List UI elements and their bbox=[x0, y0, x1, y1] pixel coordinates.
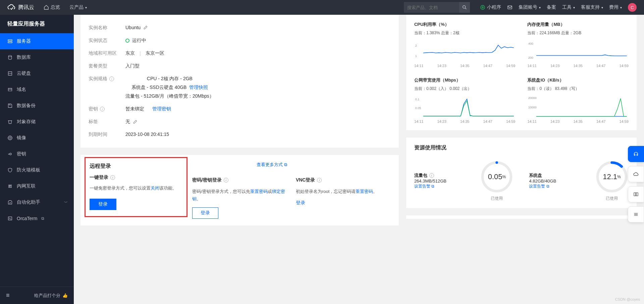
link-keys[interactable]: 管理密钥 bbox=[152, 106, 171, 112]
label-expire: 到期时间 bbox=[89, 132, 125, 138]
link-disable[interactable]: 关闭 bbox=[151, 186, 159, 191]
sidebar-item-domain[interactable]: 域名 bbox=[0, 82, 74, 98]
fab-menu[interactable] bbox=[628, 206, 644, 222]
chart-ticks: 14:1114:2314:3514:4714:59 bbox=[414, 119, 516, 123]
miniprogram-icon bbox=[480, 5, 485, 10]
sidebar-item-terminal[interactable]: OrcaTerm⧉ bbox=[0, 210, 74, 226]
fab-support[interactable] bbox=[628, 146, 644, 162]
info-icon[interactable]: i bbox=[110, 175, 115, 180]
sidebar-item-server[interactable]: 服务器 bbox=[0, 33, 74, 49]
overview-label: 总览 bbox=[51, 4, 60, 10]
brand[interactable]: 腾讯云 bbox=[7, 3, 34, 11]
vnc-login-button[interactable]: 登录 bbox=[296, 200, 391, 206]
sidebar-item-label: 数据备份 bbox=[17, 103, 36, 109]
resource-usage-card: 资源使用情况 流量包i 264.3MB/512GB 设置告警 ⧉ bbox=[406, 138, 637, 208]
sidebar: 轻量应用服务器 服务器数据库云硬盘域名数据备份对象存储镜像密钥防火墙模板内网互联… bbox=[0, 15, 74, 304]
topnav-tools[interactable]: 工具▾ bbox=[562, 4, 575, 10]
info-icon[interactable]: i bbox=[224, 178, 228, 183]
sidebar-item-db[interactable]: 数据库 bbox=[0, 49, 74, 65]
topnav-mail[interactable] bbox=[507, 5, 513, 10]
info-icon[interactable]: i bbox=[317, 178, 322, 183]
topnav-support[interactable]: 客服支持▾ bbox=[581, 4, 603, 10]
tools-label: 工具 bbox=[562, 4, 572, 10]
search-button[interactable] bbox=[459, 2, 470, 13]
sidebar-item-label: 镜像 bbox=[17, 135, 26, 141]
chevron-down-icon: ▾ bbox=[573, 6, 575, 9]
status-dot-icon bbox=[125, 39, 129, 43]
collapse-icon[interactable]: ≡ bbox=[6, 292, 10, 299]
topnav-overview[interactable]: 总览 bbox=[44, 4, 60, 10]
fab-docs[interactable] bbox=[628, 186, 644, 202]
rate-product[interactable]: 给产品打个分 bbox=[34, 293, 60, 299]
svg-point-1 bbox=[481, 5, 485, 9]
chart-subtitle: 当前：0（读） 83.498（写） bbox=[527, 86, 629, 92]
usage-title: 资源使用情况 bbox=[414, 144, 629, 151]
list-icon bbox=[633, 212, 639, 217]
label-name: 实例名称 bbox=[89, 25, 125, 31]
key-icon bbox=[7, 151, 13, 157]
link-reset-pwd[interactable]: 重置密码 bbox=[250, 189, 268, 194]
chart-canvas: 200400 bbox=[527, 39, 629, 62]
svg-text:1: 1 bbox=[415, 54, 417, 58]
info-icon[interactable]: i bbox=[109, 77, 114, 81]
chart-3: 系统盘IO（KB/s）当前：0（读） 83.498（写）100002000014… bbox=[527, 77, 629, 123]
sidebar-item-image[interactable]: 镜像 bbox=[0, 130, 74, 146]
home-icon bbox=[44, 5, 49, 10]
sidebar-item-net[interactable]: 内网互联 bbox=[0, 178, 74, 194]
link-more-login[interactable]: 查看更多方式 ⧉ bbox=[257, 162, 287, 168]
image-icon bbox=[7, 135, 13, 141]
one-click-login-button[interactable]: 登录 bbox=[90, 199, 116, 210]
cloud-icon bbox=[7, 3, 15, 11]
pwd-login-title: 密码/密钥登录i bbox=[192, 177, 287, 183]
topnav-fee[interactable]: 费用▾ bbox=[609, 4, 622, 10]
sidebar-item-label: 服务器 bbox=[17, 38, 31, 44]
fab-cloud[interactable] bbox=[628, 166, 644, 182]
edit-icon[interactable] bbox=[143, 25, 148, 30]
usage-traffic-val: 264.3MB/512GB bbox=[414, 179, 474, 184]
watermark: CSDN @coyes bbox=[615, 297, 640, 301]
value-expire: 2023-10-08 20:41:15 bbox=[125, 132, 169, 137]
pwd-login-button[interactable]: 登录 bbox=[192, 207, 218, 219]
info-icon[interactable]: i bbox=[100, 107, 105, 111]
fee-label: 费用 bbox=[609, 4, 619, 10]
topnav-products[interactable]: 云产品 ▾ bbox=[69, 4, 87, 10]
topnav-group[interactable]: 集团账号▾ bbox=[519, 4, 541, 10]
value-spec: CPU - 2核 内存 - 2GB 系统盘 - SSD云硬盘 40GB 管理快照… bbox=[125, 76, 214, 99]
backup-icon bbox=[7, 103, 13, 108]
vnc-login-desc: 初始登录名为root，忘记密码请重置密码。 bbox=[296, 188, 391, 195]
cloud-icon bbox=[633, 171, 639, 177]
chart-ticks: 14:1114:2314:3514:4714:59 bbox=[527, 64, 629, 68]
sidebar-item-key[interactable]: 密钥 bbox=[0, 146, 74, 162]
chevron-down-icon: ▾ bbox=[620, 6, 622, 9]
sidebar-item-disk[interactable]: 云硬盘 bbox=[0, 65, 74, 82]
value-state: 运行中 bbox=[132, 38, 146, 44]
label-key: 密钥i bbox=[89, 106, 125, 112]
sidebar-item-label: 数据库 bbox=[17, 54, 31, 60]
link-snapshot[interactable]: 管理快照 bbox=[189, 85, 208, 90]
link-set-alarm-b[interactable]: 设置告警 ⧉ bbox=[529, 184, 549, 189]
avatar[interactable]: C bbox=[628, 3, 637, 12]
topnav-beian[interactable]: 备案 bbox=[547, 4, 556, 10]
chevron-down-icon: ﹀ bbox=[64, 200, 68, 205]
topnav-miniprogram[interactable]: 小程序 bbox=[480, 4, 501, 10]
svg-point-0 bbox=[463, 6, 466, 8]
link-reset-pwd2[interactable]: 重置密码 bbox=[356, 189, 373, 194]
svg-text:0.05: 0.05 bbox=[415, 106, 421, 110]
value-region-b: 东京一区 bbox=[146, 50, 164, 56]
sidebar-item-shield[interactable]: 防火墙模板 bbox=[0, 162, 74, 178]
chart-title: 系统盘IO（KB/s） bbox=[527, 77, 629, 83]
info-icon[interactable]: i bbox=[429, 173, 434, 178]
separator: | bbox=[140, 51, 141, 56]
value-tag: 无 bbox=[125, 119, 130, 125]
sidebar-item-backup[interactable]: 数据备份 bbox=[0, 98, 74, 114]
link-set-alarm-a[interactable]: 设置告警 ⧉ bbox=[414, 184, 434, 189]
chevron-down-icon: ▾ bbox=[85, 6, 87, 9]
server-icon bbox=[7, 39, 13, 44]
edit-icon[interactable] bbox=[133, 119, 138, 124]
search-input[interactable] bbox=[404, 5, 459, 10]
value-plan: 入门型 bbox=[125, 63, 140, 69]
sidebar-item-auto[interactable]: 自动化助手﹀ bbox=[0, 194, 74, 210]
sidebar-item-bucket[interactable]: 对象存储 bbox=[0, 114, 74, 130]
chart-title: 公网带宽使用（Mbps） bbox=[414, 77, 516, 83]
sidebar-item-label: 内网互联 bbox=[17, 183, 36, 189]
